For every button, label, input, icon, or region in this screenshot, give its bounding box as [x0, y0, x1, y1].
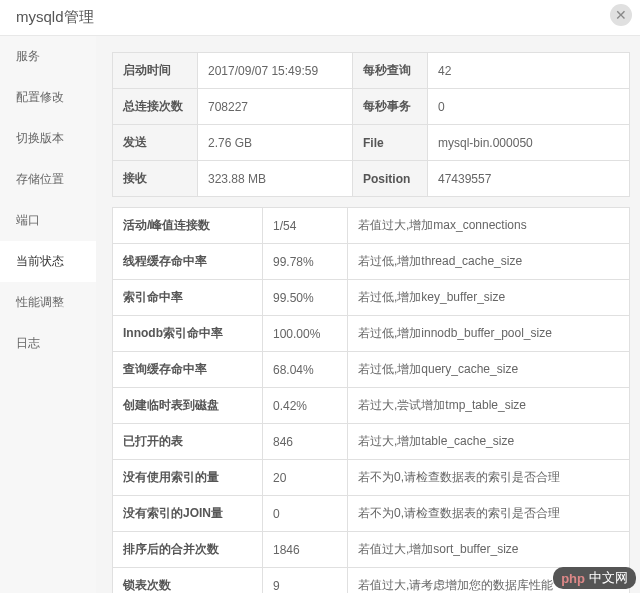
metric-hint: 若过大,尝试增加tmp_table_size — [348, 388, 630, 424]
stat-value: 708227 — [198, 89, 353, 125]
sidebar-item-performance[interactable]: 性能调整 — [0, 282, 96, 323]
stat-label: Position — [353, 161, 428, 197]
table-row: 排序后的合并次数 1846 若值过大,增加sort_buffer_size — [113, 532, 630, 568]
close-icon: ✕ — [615, 7, 627, 23]
sidebar-item-logs[interactable]: 日志 — [0, 323, 96, 364]
table-row: 没有索引的JOIN量 0 若不为0,请检查数据表的索引是否合理 — [113, 496, 630, 532]
metric-name: 索引命中率 — [113, 280, 263, 316]
table-row: 查询缓存命中率 68.04% 若过低,增加query_cache_size — [113, 352, 630, 388]
metric-hint: 若过低,增加innodb_buffer_pool_size — [348, 316, 630, 352]
metric-hint: 若过低,增加key_buffer_size — [348, 280, 630, 316]
table-row: 锁表次数 9 若值过大,请考虑增加您的数据库性能 — [113, 568, 630, 594]
metric-hint: 若过大,增加table_cache_size — [348, 424, 630, 460]
sidebar: 服务 配置修改 切换版本 存储位置 端口 当前状态 性能调整 日志 — [0, 36, 96, 593]
stat-value: 42 — [428, 53, 630, 89]
stat-label: 每秒查询 — [353, 53, 428, 89]
sidebar-item-label: 端口 — [16, 213, 40, 227]
table-row: 索引命中率 99.50% 若过低,增加key_buffer_size — [113, 280, 630, 316]
metric-name: 已打开的表 — [113, 424, 263, 460]
metric-name: 活动/峰值连接数 — [113, 208, 263, 244]
metric-hint: 若过低,增加query_cache_size — [348, 352, 630, 388]
metric-name: 创建临时表到磁盘 — [113, 388, 263, 424]
metric-value: 1846 — [263, 532, 348, 568]
table-row: 没有使用索引的量 20 若不为0,请检查数据表的索引是否合理 — [113, 460, 630, 496]
metric-value: 846 — [263, 424, 348, 460]
sidebar-item-label: 性能调整 — [16, 295, 64, 309]
sidebar-item-label: 配置修改 — [16, 90, 64, 104]
metric-value: 68.04% — [263, 352, 348, 388]
metric-value: 20 — [263, 460, 348, 496]
watermark: php 中文网 — [553, 567, 636, 589]
stat-label: 发送 — [113, 125, 198, 161]
sidebar-item-label: 存储位置 — [16, 172, 64, 186]
sidebar-item-label: 切换版本 — [16, 131, 64, 145]
metric-value: 99.78% — [263, 244, 348, 280]
stat-value: 0 — [428, 89, 630, 125]
stat-value: 323.88 MB — [198, 161, 353, 197]
stat-value: mysql-bin.000050 — [428, 125, 630, 161]
metric-value: 99.50% — [263, 280, 348, 316]
watermark-text: 中文网 — [589, 569, 628, 587]
metric-name: 没有索引的JOIN量 — [113, 496, 263, 532]
table-row: Innodb索引命中率 100.00% 若过低,增加innodb_buffer_… — [113, 316, 630, 352]
metric-hint: 若过低,增加thread_cache_size — [348, 244, 630, 280]
table-row: 活动/峰值连接数 1/54 若值过大,增加max_connections — [113, 208, 630, 244]
sidebar-item-port[interactable]: 端口 — [0, 200, 96, 241]
metric-name: 排序后的合并次数 — [113, 532, 263, 568]
table-row: 线程缓存命中率 99.78% 若过低,增加thread_cache_size — [113, 244, 630, 280]
sidebar-item-label: 服务 — [16, 49, 40, 63]
metric-name: 线程缓存命中率 — [113, 244, 263, 280]
table-row: 启动时间 2017/09/07 15:49:59 每秒查询 42 — [113, 53, 630, 89]
sidebar-item-version[interactable]: 切换版本 — [0, 118, 96, 159]
table-row: 已打开的表 846 若过大,增加table_cache_size — [113, 424, 630, 460]
metric-name: 查询缓存命中率 — [113, 352, 263, 388]
metric-name: 没有使用索引的量 — [113, 460, 263, 496]
metric-value: 100.00% — [263, 316, 348, 352]
stat-value: 2.76 GB — [198, 125, 353, 161]
table-row: 发送 2.76 GB File mysql-bin.000050 — [113, 125, 630, 161]
stat-label: File — [353, 125, 428, 161]
main-container: 服务 配置修改 切换版本 存储位置 端口 当前状态 性能调整 日志 启动时间 2… — [0, 36, 640, 593]
stat-value: 47439557 — [428, 161, 630, 197]
table-row: 总连接次数 708227 每秒事务 0 — [113, 89, 630, 125]
metric-hint: 若不为0,请检查数据表的索引是否合理 — [348, 460, 630, 496]
metric-hint: 若值过大,增加max_connections — [348, 208, 630, 244]
sidebar-item-config[interactable]: 配置修改 — [0, 77, 96, 118]
sidebar-item-storage[interactable]: 存储位置 — [0, 159, 96, 200]
table-row: 创建临时表到磁盘 0.42% 若过大,尝试增加tmp_table_size — [113, 388, 630, 424]
close-button[interactable]: ✕ — [610, 4, 632, 26]
stat-label: 每秒事务 — [353, 89, 428, 125]
page-title: mysqld管理 — [16, 8, 94, 25]
content-area: 启动时间 2017/09/07 15:49:59 每秒查询 42 总连接次数 7… — [96, 36, 640, 593]
metric-value: 0.42% — [263, 388, 348, 424]
metric-hint: 若值过大,增加sort_buffer_size — [348, 532, 630, 568]
metric-hint: 若不为0,请检查数据表的索引是否合理 — [348, 496, 630, 532]
panel-header: mysqld管理 ✕ — [0, 0, 640, 36]
stats-table: 启动时间 2017/09/07 15:49:59 每秒查询 42 总连接次数 7… — [112, 52, 630, 197]
table-row: 接收 323.88 MB Position 47439557 — [113, 161, 630, 197]
sidebar-item-service[interactable]: 服务 — [0, 36, 96, 77]
sidebar-item-label: 当前状态 — [16, 254, 64, 268]
watermark-logo: php — [561, 571, 585, 586]
metric-value: 9 — [263, 568, 348, 594]
sidebar-item-status[interactable]: 当前状态 — [0, 241, 96, 282]
stat-label: 启动时间 — [113, 53, 198, 89]
stat-label: 总连接次数 — [113, 89, 198, 125]
sidebar-item-label: 日志 — [16, 336, 40, 350]
metrics-table: 活动/峰值连接数 1/54 若值过大,增加max_connections 线程缓… — [112, 207, 630, 593]
metric-value: 1/54 — [263, 208, 348, 244]
metric-name: Innodb索引命中率 — [113, 316, 263, 352]
metric-name: 锁表次数 — [113, 568, 263, 594]
stat-label: 接收 — [113, 161, 198, 197]
stat-value: 2017/09/07 15:49:59 — [198, 53, 353, 89]
metric-value: 0 — [263, 496, 348, 532]
